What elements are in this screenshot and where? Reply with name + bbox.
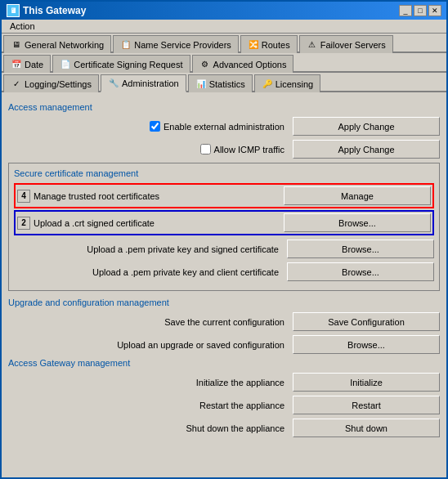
access-management-title: Access management xyxy=(8,102,440,112)
content-area: Access management Enable external admini… xyxy=(2,92,446,477)
general-networking-icon: 🖥 xyxy=(11,39,22,51)
upload-pem-client-row: Upload a .pem private key and client cer… xyxy=(14,262,434,281)
tab-name-service-providers[interactable]: 📋 Name Service Providers xyxy=(113,35,239,53)
maximize-button[interactable]: □ xyxy=(414,5,427,16)
upload-crt-label: Upload a .crt signed certificate xyxy=(34,218,284,228)
manage-trusted-root-row: 4 Manage trusted root certificates Manag… xyxy=(14,183,434,208)
advanced-options-icon: ⚙ xyxy=(199,59,211,70)
date-icon: 📅 xyxy=(11,59,22,70)
window-title: This Gateway xyxy=(23,5,86,16)
upload-crt-row: 2 Upload a .crt signed certificate Brows… xyxy=(14,210,434,235)
shut-down-button[interactable]: Shut down xyxy=(293,419,440,437)
manage-trusted-root-label: Manage trusted root certificates xyxy=(34,191,284,201)
licensing-icon: 🔑 xyxy=(262,78,273,90)
upload-upgrade-label: Upload an upgrade or saved configuration xyxy=(8,340,293,350)
minimize-button[interactable]: _ xyxy=(399,5,412,16)
enable-external-admin-row: Enable external administration Apply Cha… xyxy=(8,117,440,136)
upload-pem-client-label: Upload a .pem private key and client cer… xyxy=(14,267,287,277)
access-gateway-title: Access Gateway management xyxy=(8,358,440,368)
administration-icon: 🔧 xyxy=(108,78,119,89)
title-controls: _ □ ✕ xyxy=(399,5,441,16)
tabs-row-3: ✓ Logging/Settings 🔧 Administration 📊 St… xyxy=(2,73,446,92)
secure-cert-title: Secure certificate management xyxy=(14,168,434,178)
initialize-row: Initialize the appliance Initialize xyxy=(8,373,440,392)
tab-administration[interactable]: 🔧 Administration xyxy=(101,74,186,92)
tab-statistics[interactable]: 📊 Statistics xyxy=(188,74,253,92)
title-bar-left: 🖥 This Gateway xyxy=(7,4,86,17)
tab-licensing[interactable]: 🔑 Licensing xyxy=(254,74,320,92)
initialize-button[interactable]: Initialize xyxy=(293,373,440,392)
tab-certificate-signing[interactable]: 📄 Certificate Signing Request xyxy=(52,55,190,73)
name-service-icon: 📋 xyxy=(120,39,132,51)
title-bar: 🖥 This Gateway _ □ ✕ xyxy=(2,2,446,20)
allow-icmp-label-area: Allow ICMP traffic xyxy=(8,144,293,154)
statistics-icon: 📊 xyxy=(195,78,207,90)
enable-external-admin-label: Enable external administration xyxy=(150,121,284,132)
tab-routes[interactable]: 🔀 Routes xyxy=(240,35,298,53)
secure-cert-section: Secure certificate management 4 Manage t… xyxy=(8,163,440,291)
browse-button-4[interactable]: Browse... xyxy=(293,335,440,354)
upload-upgrade-row: Upload an upgrade or saved configuration… xyxy=(8,335,440,354)
main-window: 🖥 This Gateway _ □ ✕ Action 🖥 General Ne… xyxy=(0,0,448,479)
logging-icon: ✓ xyxy=(11,78,22,90)
tabs-row-1: 🖥 General Networking 📋 Name Service Prov… xyxy=(2,34,446,53)
allow-icmp-checkbox[interactable] xyxy=(200,144,211,154)
allow-icmp-label: Allow ICMP traffic xyxy=(200,144,284,154)
apply-change-button-1[interactable]: Apply Change xyxy=(293,117,440,136)
enable-external-admin-checkbox[interactable] xyxy=(150,121,160,132)
save-config-label: Save the current configuration xyxy=(8,317,293,327)
enable-external-admin-label-area: Enable external administration xyxy=(8,121,293,132)
badge-2: 2 xyxy=(17,217,30,230)
browse-button-1[interactable]: Browse... xyxy=(284,213,431,232)
save-configuration-button[interactable]: Save Configuration xyxy=(293,312,440,331)
shutdown-label: Shut down the appliance xyxy=(8,423,293,433)
allow-icmp-row: Allow ICMP traffic Apply Change xyxy=(8,140,440,159)
restart-button[interactable]: Restart xyxy=(293,396,440,414)
tab-date[interactable]: 📅 Date xyxy=(3,55,51,73)
tab-logging-settings[interactable]: ✓ Logging/Settings xyxy=(3,74,99,92)
initialize-label: Initialize the appliance xyxy=(8,378,293,387)
restart-label: Restart the appliance xyxy=(8,401,293,410)
badge-4: 4 xyxy=(17,190,30,203)
failover-icon: ⚠ xyxy=(307,39,318,51)
window-icon: 🖥 xyxy=(7,4,20,17)
menu-bar: Action xyxy=(2,20,446,34)
browse-button-2[interactable]: Browse... xyxy=(287,239,434,258)
action-menu[interactable]: Action xyxy=(5,20,40,33)
cert-signing-icon: 📄 xyxy=(60,59,71,70)
upload-pem-signed-label: Upload a .pem private key and signed cer… xyxy=(14,244,287,254)
tabs-row-2: 📅 Date 📄 Certificate Signing Request ⚙ A… xyxy=(2,53,446,73)
apply-change-button-2[interactable]: Apply Change xyxy=(293,140,440,159)
shutdown-row: Shut down the appliance Shut down xyxy=(8,419,440,437)
upload-pem-signed-row: Upload a .pem private key and signed cer… xyxy=(14,239,434,258)
restart-row: Restart the appliance Restart xyxy=(8,396,440,414)
browse-button-3[interactable]: Browse... xyxy=(287,262,434,281)
close-button[interactable]: ✕ xyxy=(428,5,441,16)
save-config-row: Save the current configuration Save Conf… xyxy=(8,312,440,331)
tab-advanced-options[interactable]: ⚙ Advanced Options xyxy=(192,55,294,73)
tab-failover-servers[interactable]: ⚠ Failover Servers xyxy=(299,35,393,53)
manage-button[interactable]: Manage xyxy=(284,186,431,205)
routes-icon: 🔀 xyxy=(248,39,259,51)
tab-general-networking[interactable]: 🖥 General Networking xyxy=(3,35,111,53)
upgrade-title: Upgrade and configuration management xyxy=(8,298,440,307)
